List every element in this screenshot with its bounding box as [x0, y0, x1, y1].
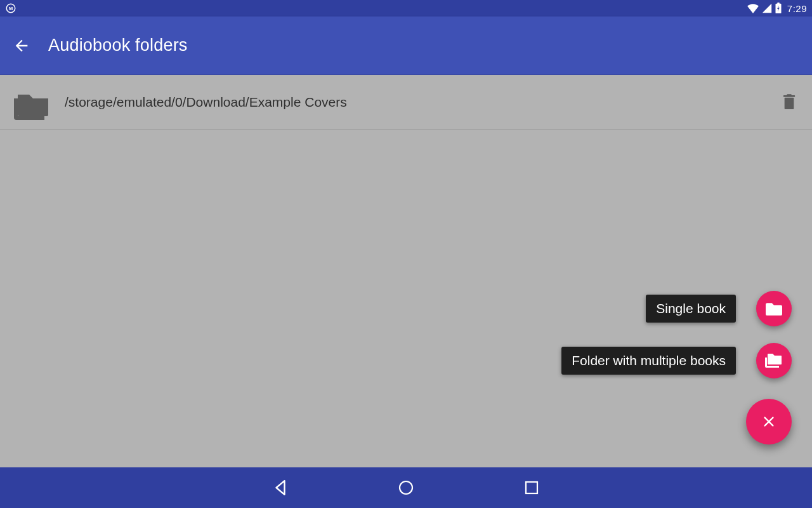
svg-rect-6	[787, 94, 791, 96]
status-clock: 7:29	[787, 3, 807, 14]
status-bar: M 7:29	[0, 0, 812, 17]
fab-single-book[interactable]	[756, 291, 792, 326]
svg-rect-4	[785, 97, 794, 109]
cell-signal-icon	[762, 3, 772, 13]
svg-text:M: M	[9, 6, 13, 11]
content-area: /storage/emulated/0/Download/Example Cov…	[0, 75, 812, 467]
fab-label-multiple-books: Folder with multiple books	[561, 347, 736, 375]
folders-stack-icon	[14, 86, 52, 119]
app-notification-icon: M	[5, 3, 16, 14]
folder-row[interactable]: /storage/emulated/0/Download/Example Cov…	[0, 75, 812, 130]
svg-point-9	[400, 481, 412, 494]
fab-speed-dial: Single book Folder with multiple books	[561, 291, 792, 444]
app-bar: Audiobook folders	[0, 17, 812, 75]
folders-stack-icon	[764, 352, 783, 369]
navigation-bar	[0, 467, 812, 508]
nav-back-button[interactable]	[271, 478, 290, 497]
back-button[interactable]	[13, 37, 30, 55]
fab-label-single-book: Single book	[646, 295, 736, 323]
folder-icon	[766, 302, 782, 316]
svg-rect-3	[777, 3, 780, 4]
nav-recents-button[interactable]	[522, 478, 541, 497]
wifi-icon	[747, 3, 759, 13]
battery-charging-icon	[775, 3, 782, 14]
nav-home-button[interactable]	[396, 478, 416, 497]
delete-folder-button[interactable]	[780, 93, 798, 111]
page-title: Audiobook folders	[48, 36, 188, 55]
fab-multiple-books[interactable]	[756, 343, 792, 378]
close-icon	[762, 415, 776, 429]
fab-close[interactable]	[746, 399, 792, 444]
folder-path: /storage/emulated/0/Download/Example Cov…	[65, 95, 768, 110]
svg-rect-10	[526, 482, 537, 493]
